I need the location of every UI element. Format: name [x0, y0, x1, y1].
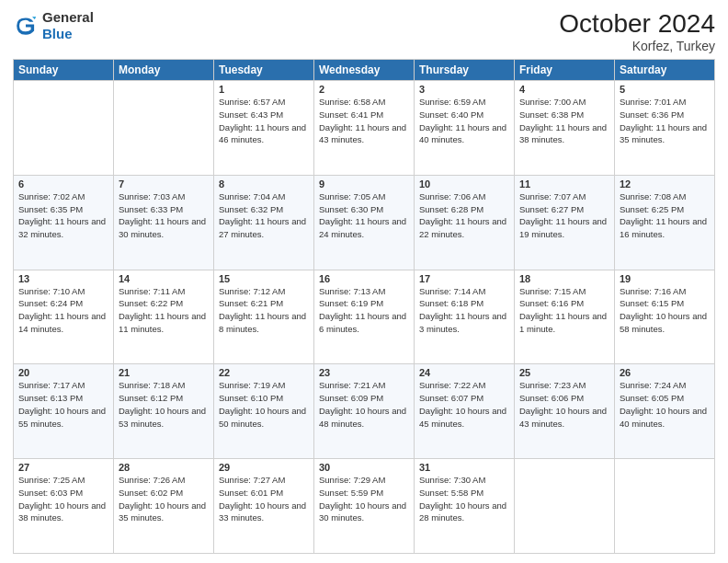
day-cell: 23Sunrise: 7:21 AMSunset: 6:09 PMDayligh…: [314, 364, 415, 459]
weekday-header-wednesday: Wednesday: [314, 60, 415, 81]
week-row-2: 6Sunrise: 7:02 AMSunset: 6:35 PMDaylight…: [14, 175, 715, 270]
day-cell: 27Sunrise: 7:25 AMSunset: 6:03 PMDayligh…: [14, 459, 114, 554]
day-cell: 4Sunrise: 7:00 AMSunset: 6:38 PMDaylight…: [515, 81, 615, 176]
day-cell: 29Sunrise: 7:27 AMSunset: 6:01 PMDayligh…: [214, 459, 314, 554]
day-number: 13: [18, 273, 108, 284]
day-number: 29: [219, 462, 309, 473]
day-number: 20: [18, 367, 108, 378]
day-cell: 12Sunrise: 7:08 AMSunset: 6:25 PMDayligh…: [615, 175, 715, 270]
header: General Blue October 2024 Korfez, Turkey: [13, 9, 715, 53]
day-info: Sunrise: 7:26 AMSunset: 6:02 PMDaylight:…: [119, 474, 209, 524]
day-info: Sunrise: 6:59 AMSunset: 6:40 PMDaylight:…: [419, 96, 509, 146]
day-cell: 15Sunrise: 7:12 AMSunset: 6:21 PMDayligh…: [214, 270, 314, 364]
day-cell: 13Sunrise: 7:10 AMSunset: 6:24 PMDayligh…: [14, 270, 114, 364]
day-number: 15: [219, 273, 309, 284]
day-info: Sunrise: 7:08 AMSunset: 6:25 PMDaylight:…: [620, 190, 710, 241]
day-number: 31: [419, 462, 509, 473]
day-cell: 5Sunrise: 7:01 AMSunset: 6:36 PMDaylight…: [615, 81, 715, 176]
day-info: Sunrise: 7:10 AMSunset: 6:24 PMDaylight:…: [18, 285, 108, 336]
day-info: Sunrise: 7:15 AMSunset: 6:16 PMDaylight:…: [519, 285, 609, 336]
day-info: Sunrise: 7:22 AMSunset: 6:07 PMDaylight:…: [419, 379, 509, 430]
day-number: 6: [18, 178, 108, 190]
day-number: 27: [18, 462, 108, 473]
day-number: 26: [620, 367, 710, 378]
day-number: 14: [119, 273, 209, 284]
day-info: Sunrise: 7:00 AMSunset: 6:38 PMDaylight:…: [519, 96, 609, 146]
calendar: SundayMondayTuesdayWednesdayThursdayFrid…: [13, 59, 715, 554]
logo: General Blue: [13, 9, 94, 42]
day-info: Sunrise: 7:18 AMSunset: 6:12 PMDaylight:…: [119, 379, 209, 430]
month-title: October 2024: [559, 9, 715, 39]
weekday-header-sunday: Sunday: [14, 60, 114, 81]
day-cell: 11Sunrise: 7:07 AMSunset: 6:27 PMDayligh…: [515, 175, 615, 270]
day-cell: [14, 81, 114, 176]
day-cell: 25Sunrise: 7:23 AMSunset: 6:06 PMDayligh…: [515, 364, 615, 459]
day-number: 8: [219, 178, 309, 190]
week-row-1: 1Sunrise: 6:57 AMSunset: 6:43 PMDaylight…: [14, 81, 715, 176]
day-number: 24: [419, 367, 509, 378]
day-cell: 6Sunrise: 7:02 AMSunset: 6:35 PMDaylight…: [14, 175, 114, 270]
day-number: 10: [419, 178, 509, 190]
day-info: Sunrise: 7:19 AMSunset: 6:10 PMDaylight:…: [219, 379, 309, 430]
day-number: 18: [519, 273, 609, 284]
day-info: Sunrise: 7:02 AMSunset: 6:35 PMDaylight:…: [18, 190, 108, 241]
day-cell: 24Sunrise: 7:22 AMSunset: 6:07 PMDayligh…: [415, 364, 515, 459]
day-info: Sunrise: 6:57 AMSunset: 6:43 PMDaylight:…: [219, 96, 309, 146]
day-cell: 28Sunrise: 7:26 AMSunset: 6:02 PMDayligh…: [114, 459, 214, 554]
weekday-header-thursday: Thursday: [415, 60, 515, 81]
day-number: 17: [419, 273, 509, 284]
day-cell: 10Sunrise: 7:06 AMSunset: 6:28 PMDayligh…: [415, 175, 515, 270]
day-cell: 20Sunrise: 7:17 AMSunset: 6:13 PMDayligh…: [14, 364, 114, 459]
day-info: Sunrise: 7:24 AMSunset: 6:05 PMDaylight:…: [620, 379, 710, 430]
weekday-header-friday: Friday: [515, 60, 615, 81]
weekday-header-monday: Monday: [114, 60, 214, 81]
week-row-5: 27Sunrise: 7:25 AMSunset: 6:03 PMDayligh…: [14, 459, 715, 554]
day-cell: 22Sunrise: 7:19 AMSunset: 6:10 PMDayligh…: [214, 364, 314, 459]
day-info: Sunrise: 7:05 AMSunset: 6:30 PMDaylight:…: [319, 190, 409, 241]
day-cell: 8Sunrise: 7:04 AMSunset: 6:32 PMDaylight…: [214, 175, 314, 270]
week-row-4: 20Sunrise: 7:17 AMSunset: 6:13 PMDayligh…: [14, 364, 715, 459]
day-cell: 3Sunrise: 6:59 AMSunset: 6:40 PMDaylight…: [415, 81, 515, 176]
day-info: Sunrise: 7:14 AMSunset: 6:18 PMDaylight:…: [419, 285, 509, 336]
day-number: 3: [419, 84, 509, 95]
day-cell: 16Sunrise: 7:13 AMSunset: 6:19 PMDayligh…: [314, 270, 415, 364]
day-number: 9: [319, 178, 409, 190]
day-info: Sunrise: 7:06 AMSunset: 6:28 PMDaylight:…: [419, 190, 509, 241]
day-cell: 31Sunrise: 7:30 AMSunset: 5:58 PMDayligh…: [415, 459, 515, 554]
day-number: 2: [319, 84, 409, 95]
day-number: 19: [620, 273, 710, 284]
day-number: 23: [319, 367, 409, 378]
day-number: 1: [219, 84, 309, 95]
day-cell: 9Sunrise: 7:05 AMSunset: 6:30 PMDaylight…: [314, 175, 415, 270]
day-info: Sunrise: 7:16 AMSunset: 6:15 PMDaylight:…: [620, 285, 710, 336]
day-info: Sunrise: 7:12 AMSunset: 6:21 PMDaylight:…: [219, 285, 309, 336]
title-section: October 2024 Korfez, Turkey: [559, 9, 715, 53]
day-cell: 17Sunrise: 7:14 AMSunset: 6:18 PMDayligh…: [415, 270, 515, 364]
day-number: 21: [119, 367, 209, 378]
day-cell: 30Sunrise: 7:29 AMSunset: 5:59 PMDayligh…: [314, 459, 415, 554]
day-cell: 1Sunrise: 6:57 AMSunset: 6:43 PMDaylight…: [214, 81, 314, 176]
day-info: Sunrise: 7:29 AMSunset: 5:59 PMDaylight:…: [319, 474, 409, 524]
weekday-header-tuesday: Tuesday: [214, 60, 314, 81]
logo-icon: [13, 13, 39, 39]
day-info: Sunrise: 7:17 AMSunset: 6:13 PMDaylight:…: [18, 379, 108, 430]
day-cell: [114, 81, 214, 176]
day-info: Sunrise: 7:11 AMSunset: 6:22 PMDaylight:…: [119, 285, 209, 336]
week-row-3: 13Sunrise: 7:10 AMSunset: 6:24 PMDayligh…: [14, 270, 715, 364]
day-number: 12: [620, 178, 710, 190]
weekday-header-saturday: Saturday: [615, 60, 715, 81]
day-number: 28: [119, 462, 209, 473]
day-cell: 2Sunrise: 6:58 AMSunset: 6:41 PMDaylight…: [314, 81, 415, 176]
day-info: Sunrise: 7:03 AMSunset: 6:33 PMDaylight:…: [119, 190, 209, 241]
logo-text: General Blue: [42, 9, 94, 42]
day-info: Sunrise: 7:23 AMSunset: 6:06 PMDaylight:…: [519, 379, 609, 430]
day-number: 22: [219, 367, 309, 378]
weekday-header-row: SundayMondayTuesdayWednesdayThursdayFrid…: [14, 60, 715, 81]
day-cell: 18Sunrise: 7:15 AMSunset: 6:16 PMDayligh…: [515, 270, 615, 364]
day-info: Sunrise: 7:30 AMSunset: 5:58 PMDaylight:…: [419, 474, 509, 524]
day-info: Sunrise: 7:13 AMSunset: 6:19 PMDaylight:…: [319, 285, 409, 336]
day-info: Sunrise: 7:07 AMSunset: 6:27 PMDaylight:…: [519, 190, 609, 241]
day-number: 30: [319, 462, 409, 473]
day-cell: 7Sunrise: 7:03 AMSunset: 6:33 PMDaylight…: [114, 175, 214, 270]
day-cell: 19Sunrise: 7:16 AMSunset: 6:15 PMDayligh…: [615, 270, 715, 364]
